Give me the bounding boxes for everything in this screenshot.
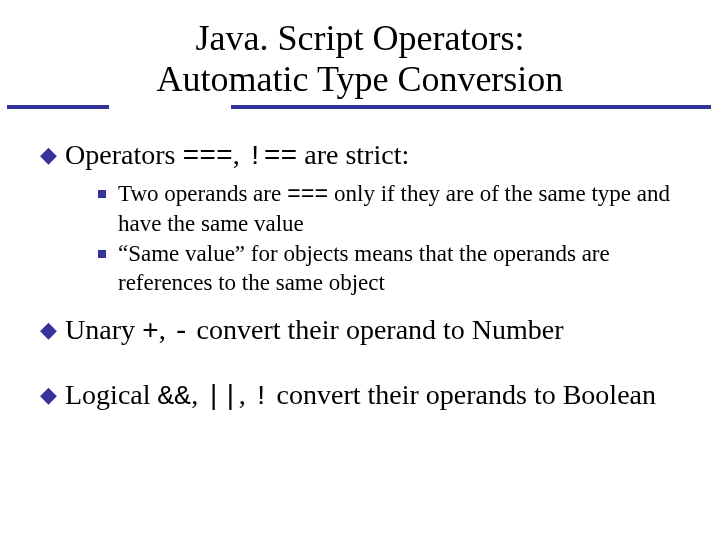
code-fragment: -	[173, 316, 190, 347]
text-fragment: ,	[159, 314, 173, 345]
slide-body: ◆ Operators ===, !== are strict: Two ope…	[0, 101, 720, 414]
diamond-bullet-icon: ◆	[40, 316, 57, 344]
bullet-text: “Same value” for objects means that the …	[118, 240, 688, 298]
code-fragment: !==	[247, 141, 297, 172]
title-line-1: Java. Script Operators:	[0, 18, 720, 59]
code-fragment: ||	[205, 381, 239, 412]
diamond-bullet-icon: ◆	[40, 381, 57, 409]
code-fragment: &&	[158, 381, 192, 412]
title-underline-right	[231, 105, 711, 109]
bullet-level1: ◆ Logical &&, ||, ! convert their operan…	[40, 377, 688, 414]
bullet-text: Operators ===, !== are strict:	[65, 137, 409, 174]
bullet-text: Unary +, - convert their operand to Numb…	[65, 312, 564, 349]
bullet-level2: Two operands are === only if they are of…	[98, 180, 688, 239]
bullet-level1: ◆ Unary +, - convert their operand to Nu…	[40, 312, 688, 349]
text-fragment: ,	[239, 379, 253, 410]
bullet-text: Two operands are === only if they are of…	[118, 180, 688, 239]
title-line-2: Automatic Type Conversion	[157, 59, 564, 100]
spacer	[40, 355, 688, 377]
bullet-level1: ◆ Operators ===, !== are strict:	[40, 137, 688, 174]
code-fragment: ===	[287, 182, 328, 208]
text-fragment: ,	[191, 379, 205, 410]
square-bullet-icon	[98, 190, 106, 198]
square-bullet-icon	[98, 250, 106, 258]
text-fragment: Two operands are	[118, 181, 287, 206]
text-fragment: convert their operand to Number	[190, 314, 564, 345]
title-underline-left	[7, 105, 109, 109]
text-fragment: are strict:	[297, 139, 409, 170]
bullet-text: Logical &&, ||, ! convert their operands…	[65, 377, 656, 414]
slide-title: Java. Script Operators: Automatic Type C…	[0, 0, 720, 101]
sub-bullet-group: Two operands are === only if they are of…	[40, 180, 688, 298]
text-fragment: Unary	[65, 314, 142, 345]
code-fragment: ===	[182, 141, 232, 172]
text-fragment: Operators	[65, 139, 182, 170]
title-line-2-text: Automatic Type Conversion	[157, 59, 564, 99]
text-fragment: convert their operands to Boolean	[270, 379, 656, 410]
slide: Java. Script Operators: Automatic Type C…	[0, 0, 720, 540]
code-fragment: !	[253, 381, 270, 412]
bullet-level2: “Same value” for objects means that the …	[98, 240, 688, 298]
text-fragment: “Same value” for objects means that the …	[118, 241, 610, 295]
text-fragment: ,	[233, 139, 247, 170]
text-fragment: Logical	[65, 379, 158, 410]
diamond-bullet-icon: ◆	[40, 141, 57, 169]
code-fragment: +	[142, 316, 159, 347]
